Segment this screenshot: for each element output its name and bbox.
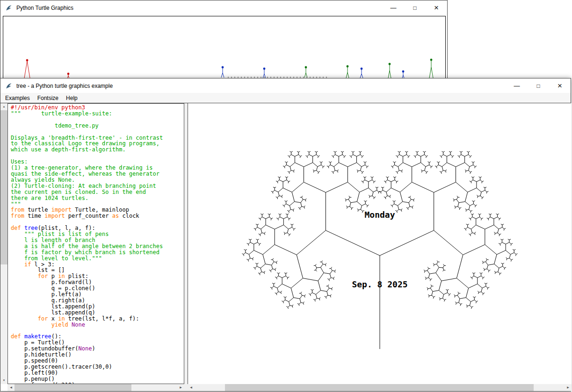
front-window: tree - a Python turtle graphics example … (0, 78, 571, 392)
scroll-left-icon[interactable]: ◀ (188, 384, 195, 391)
app-icon (5, 82, 13, 90)
canvas-horizontal-scrollbar[interactable]: ◀ ▶ (188, 384, 572, 391)
scroll-right-icon[interactable]: ▶ (565, 384, 572, 391)
turtle-figure (388, 63, 391, 78)
code-pane[interactable]: #!/usr/bin/env python3""" turtle-example… (7, 103, 184, 384)
vscroll-thumb[interactable] (0, 110, 7, 264)
minimize-button[interactable]: — (383, 0, 404, 15)
tree-canvas-svg: MondaySep. 8 2025 (188, 103, 572, 384)
maximize-button[interactable]: □ (528, 78, 549, 93)
code-vertical-scrollbar[interactable]: ▲ ▼ (0, 103, 7, 384)
turtle-figure (221, 66, 224, 78)
canvas-label: Sep. 8 2025 (352, 279, 407, 289)
app-icon (5, 4, 13, 12)
scroll-down-icon[interactable]: ▼ (0, 377, 7, 384)
pane-divider[interactable] (184, 103, 188, 391)
scroll-right-icon[interactable]: ▶ (177, 384, 184, 391)
back-window-titlebar[interactable]: Python Turtle Graphics — □ × (0, 0, 447, 15)
front-window-controls: — □ × (506, 78, 571, 93)
front-window-title: tree - a Python turtle graphics example (16, 83, 113, 89)
canvas-label: Monday (364, 210, 395, 220)
fractal-tree-path (242, 151, 518, 349)
turtle-figure (263, 68, 266, 78)
front-window-titlebar[interactable]: tree - a Python turtle graphics example … (0, 78, 571, 93)
close-button[interactable]: × (549, 78, 571, 93)
turtle-figure (402, 71, 405, 78)
menu-examples[interactable]: Examples (1, 94, 34, 102)
code-horizontal-scrollbar[interactable]: ◀ ▶ (7, 384, 184, 391)
close-button[interactable]: × (426, 0, 447, 15)
scroll-left-icon[interactable]: ◀ (7, 384, 14, 391)
back-window-controls: — □ × (383, 0, 447, 15)
turtle-figure (429, 59, 433, 78)
code-hscroll-thumb[interactable] (14, 384, 131, 391)
menubar: Examples Fontsize Help (0, 93, 571, 103)
back-window-title: Python Turtle Graphics (16, 5, 73, 11)
menu-fontsize[interactable]: Fontsize (34, 94, 62, 102)
turtle-figure (304, 66, 307, 78)
turtle-figure (346, 65, 349, 78)
canvas-hscroll-thumb[interactable] (225, 384, 534, 391)
turtle-figure (360, 68, 363, 78)
scroll-up-icon[interactable]: ▲ (0, 103, 7, 110)
maximize-button[interactable]: □ (404, 0, 426, 15)
minimize-button[interactable]: — (506, 78, 528, 93)
menu-help[interactable]: Help (62, 94, 81, 102)
drawing-canvas: MondaySep. 8 2025 (188, 103, 572, 384)
turtle-figure (24, 59, 30, 78)
code-text: #!/usr/bin/env python3""" turtle-example… (11, 105, 184, 384)
desktop: Python Turtle Graphics — □ × tree - a Py… (0, 0, 572, 392)
